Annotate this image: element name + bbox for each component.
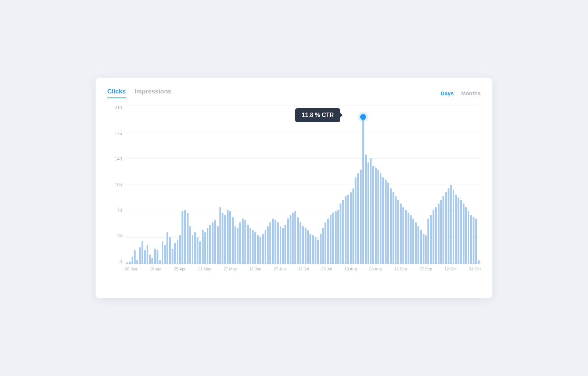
bar[interactable] [280, 226, 282, 264]
bar[interactable] [229, 211, 231, 264]
bar[interactable] [412, 219, 414, 264]
bar[interactable] [141, 241, 143, 264]
bar[interactable] [340, 203, 341, 264]
tab-days[interactable]: Days [441, 90, 454, 96]
bar[interactable] [392, 192, 394, 264]
bar[interactable] [372, 166, 374, 264]
bar[interactable] [347, 195, 349, 264]
bar[interactable] [357, 173, 359, 264]
bar[interactable] [342, 200, 344, 264]
bar[interactable] [209, 225, 211, 264]
bar[interactable] [284, 225, 286, 264]
bar[interactable] [151, 258, 153, 264]
bar[interactable] [275, 220, 276, 264]
bar[interactable] [475, 219, 477, 264]
bar[interactable] [259, 237, 261, 264]
bar[interactable] [257, 235, 259, 264]
bar[interactable] [438, 203, 440, 264]
bar[interactable] [405, 210, 407, 264]
bar[interactable] [217, 226, 219, 264]
bar[interactable] [455, 195, 457, 264]
bar[interactable] [132, 256, 133, 264]
bar[interactable] [445, 192, 447, 264]
bar[interactable] [312, 235, 314, 264]
bar[interactable] [162, 241, 164, 264]
bar[interactable] [332, 213, 334, 264]
bar[interactable] [440, 200, 442, 264]
bar[interactable] [345, 196, 347, 264]
tab-months[interactable]: Months [461, 90, 481, 96]
bar[interactable] [197, 237, 198, 264]
bar[interactable] [385, 180, 387, 264]
bar[interactable] [315, 237, 316, 264]
bar[interactable] [290, 215, 291, 264]
bar[interactable] [463, 203, 465, 264]
bar[interactable] [237, 228, 239, 264]
bar[interactable] [458, 198, 459, 264]
bar[interactable] [395, 196, 397, 264]
bar[interactable] [172, 249, 173, 264]
bar[interactable] [207, 228, 209, 264]
bar[interactable] [287, 219, 289, 264]
bar[interactable] [320, 234, 322, 264]
bar[interactable] [187, 213, 189, 264]
bar[interactable] [473, 217, 474, 264]
bar[interactable] [408, 213, 409, 264]
bar[interactable] [317, 240, 319, 264]
bar[interactable] [169, 237, 171, 264]
bar[interactable] [212, 222, 214, 264]
bar[interactable] [417, 226, 419, 264]
bar[interactable] [327, 219, 329, 264]
bar[interactable] [164, 245, 166, 264]
bar[interactable] [234, 226, 236, 264]
bar[interactable] [330, 215, 331, 264]
bar[interactable] [232, 217, 234, 264]
bar[interactable] [247, 225, 249, 264]
bar[interactable] [272, 219, 274, 264]
tab-impressions[interactable]: Impressions [135, 88, 171, 98]
bar[interactable] [468, 211, 470, 264]
bar[interactable] [415, 222, 417, 264]
bar[interactable] [154, 249, 156, 264]
bar[interactable] [157, 250, 158, 264]
bar[interactable] [460, 200, 462, 264]
bar[interactable] [244, 220, 246, 264]
bar[interactable] [262, 234, 264, 264]
bar[interactable] [465, 207, 467, 264]
bar[interactable] [410, 215, 412, 264]
bar[interactable] [442, 196, 444, 264]
bar[interactable] [189, 226, 191, 264]
bar[interactable] [194, 232, 196, 264]
tab-clicks[interactable]: Clicks [107, 88, 126, 98]
bar[interactable] [265, 230, 266, 264]
bar[interactable] [337, 210, 339, 264]
bar[interactable] [224, 215, 226, 264]
bar[interactable] [166, 232, 168, 264]
bar[interactable] [420, 230, 422, 264]
bar[interactable] [136, 260, 138, 264]
bar[interactable] [423, 234, 424, 264]
bar[interactable] [322, 228, 324, 264]
bar[interactable] [387, 182, 389, 264]
bar[interactable] [433, 210, 434, 264]
bar[interactable] [307, 230, 309, 264]
bar[interactable] [450, 185, 452, 264]
bar[interactable] [219, 207, 221, 264]
bar[interactable] [199, 241, 201, 264]
bar[interactable] [402, 207, 404, 264]
bar[interactable] [350, 192, 352, 264]
bar[interactable] [184, 210, 186, 264]
bar[interactable] [204, 232, 206, 264]
bar[interactable] [300, 222, 301, 264]
bar[interactable] [214, 220, 216, 264]
bar[interactable] [470, 215, 472, 264]
bar[interactable] [294, 211, 296, 264]
bar[interactable] [139, 247, 141, 264]
bar[interactable] [134, 250, 136, 264]
bar[interactable] [448, 188, 449, 264]
bar[interactable] [435, 207, 437, 264]
bar[interactable] [144, 250, 146, 264]
bar[interactable] [254, 232, 256, 264]
bar[interactable] [252, 230, 254, 264]
bar[interactable] [250, 228, 251, 264]
